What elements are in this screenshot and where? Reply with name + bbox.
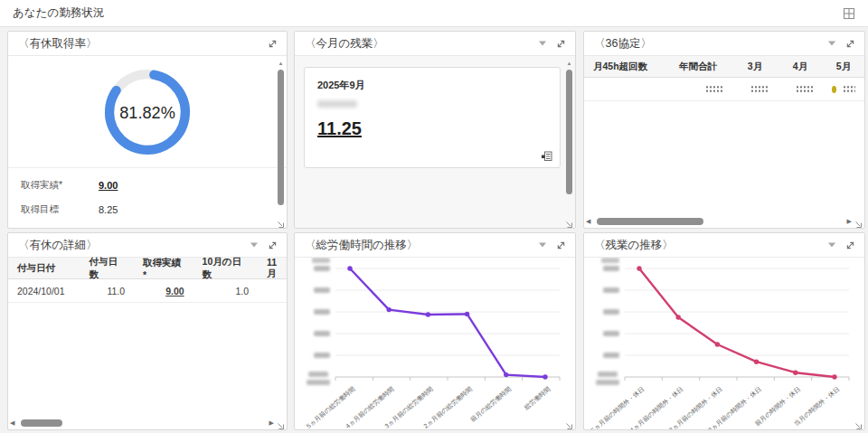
column-header: 付与日数 [80, 258, 134, 278]
expand-icon[interactable] [267, 38, 278, 50]
scrollbar-thumb[interactable] [566, 70, 572, 194]
vertical-scrollbar[interactable]: ▲ [277, 61, 285, 213]
scroll-up-icon[interactable]: ▲ [277, 61, 285, 66]
panel-title: 〈残業の推移〉 [594, 238, 674, 253]
line-chart: 5ヵ月前の時間外・休日4ヵ月前の時間外・休日3ヵ月前の時間外・休日2ヵ月前の時間… [584, 258, 864, 429]
page-header: あなたの勤務状況 [0, 0, 868, 27]
resize-grip-icon[interactable] [853, 418, 863, 428]
panel-header: 〈今月の残業〉 [295, 32, 575, 56]
panel-title: 〈総労働時間の推移〉 [305, 238, 418, 253]
redacted-label [317, 100, 357, 108]
table-header: 月45h超回数年間合計3月4月5月 [584, 56, 864, 78]
svg-text:前月の総労働時間: 前月の総労働時間 [469, 385, 513, 423]
table-cell [823, 85, 864, 93]
column-header: 3月 [732, 56, 778, 77]
column-header: 5月 [823, 56, 864, 77]
resize-grip-icon[interactable] [853, 216, 863, 226]
expand-icon[interactable] [844, 240, 856, 251]
table-row [584, 78, 864, 101]
table-cell: 1.0 [193, 286, 259, 297]
column-header: 取得実績* [134, 258, 193, 278]
stat-value-link[interactable]: 9.00 [99, 180, 118, 191]
table-cell [778, 85, 823, 93]
expand-icon[interactable] [267, 240, 278, 251]
stat-row: 取得目標8.25 [21, 197, 287, 221]
panel-total-hours-trend: 〈総労働時間の推移〉 5ヵ月前の総労働時間4ヵ月前の総労働時間3ヵ月前の総労働時… [294, 232, 576, 430]
vertical-scrollbar[interactable]: ▲ [565, 61, 573, 213]
scrollbar-thumb[interactable] [597, 218, 703, 225]
panel-overtime-trend: 〈残業の推移〉 5ヵ月前の時間外・休日4ヵ月前の時間外・休日3ヵ月前の時間外・休… [583, 232, 865, 430]
table-cell [664, 85, 732, 93]
stat-label: 取得実績* [21, 179, 99, 192]
panel-title: 〈36協定〉 [594, 36, 652, 52]
table-cell: 9.00 [134, 286, 193, 297]
attendance-dashboard: あなたの勤務状況 〈有休取得率〉 81.82% 取得実績*9.00取得目標8.2… [0, 0, 868, 433]
stat-row: 取得実績*9.00 [21, 173, 287, 197]
svg-text:当月の時間外・休日: 当月の時間外・休日 [793, 385, 842, 428]
panel-paid-leave-rate: 〈有休取得率〉 81.82% 取得実績*9.00取得目標8.25 ▲ [7, 31, 288, 229]
stat-value: 8.25 [99, 204, 118, 215]
table-cell: 11.0 [80, 286, 134, 297]
expand-icon[interactable] [555, 38, 567, 50]
overtime-card: 2025年9月 11.25 [304, 67, 561, 168]
panel-paid-leave-detail: 〈有休の詳細〉 付与日付付与日数取得実績*10月の日数11月 2024/10/0… [7, 232, 288, 430]
scrollbar-thumb[interactable] [21, 419, 62, 427]
status-dot-icon [832, 86, 836, 93]
filter-icon[interactable] [538, 241, 547, 249]
panel-monthly-overtime: 〈今月の残業〉 2025年9月 11.25 [294, 31, 576, 229]
horizontal-scrollbar[interactable]: ◀ ▶ [586, 217, 852, 226]
resize-grip-icon[interactable] [563, 216, 573, 226]
panel-body: 2025年9月 11.25 [295, 56, 575, 228]
column-header: 10月の日数 [193, 258, 259, 278]
redacted-value [796, 85, 814, 93]
resize-grip-icon[interactable] [563, 418, 573, 428]
scroll-left-icon[interactable]: ◀ [586, 218, 590, 225]
panel-header: 〈有休取得率〉 [8, 32, 287, 56]
column-header: 4月 [778, 56, 823, 77]
table-cell [732, 85, 778, 93]
scrollbar-thumb[interactable] [278, 70, 284, 205]
table-header: 付与日付付与日数取得実績*10月の日数11月 [8, 258, 287, 279]
panel-header: 〈総労働時間の推移〉 [295, 233, 575, 258]
panel-36-agreement: 〈36協定〉 月45h超回数年間合計3月4月5月 ◀ ▶ [583, 31, 865, 229]
filter-icon[interactable] [250, 241, 259, 249]
filter-icon[interactable] [827, 241, 836, 249]
page-title: あなたの勤務状況 [13, 5, 104, 21]
scroll-right-icon[interactable]: ▶ [269, 419, 274, 427]
column-header: 月45h超回数 [584, 56, 664, 77]
panel-header: 〈有休の詳細〉 [8, 233, 287, 258]
scroll-up-icon[interactable]: ▲ [565, 61, 573, 66]
expand-icon[interactable] [555, 240, 567, 251]
filter-icon[interactable] [827, 40, 836, 47]
filter-icon[interactable] [538, 40, 547, 47]
redacted-value [705, 85, 723, 93]
period-label: 2025年9月 [317, 79, 560, 92]
column-header: 付与日付 [8, 258, 80, 278]
panel-title: 〈今月の残業〉 [305, 36, 384, 52]
panel-header: 〈残業の推移〉 [584, 233, 864, 258]
svg-text:総労働時間: 総労働時間 [523, 385, 552, 411]
line-chart: 5ヵ月前の総労働時間4ヵ月前の総労働時間3ヵ月前の総労働時間2ヵ月前の総労働時間… [295, 258, 575, 429]
panel-title: 〈有休の詳細〉 [18, 238, 98, 253]
panel-title: 〈有休取得率〉 [18, 36, 98, 52]
donut-chart: 81.82% [8, 56, 287, 168]
stats-list: 取得実績*9.00取得目標8.25 [8, 168, 287, 221]
table-body: 2024/10/0111.09.001.0 [8, 279, 287, 303]
table-row: 2024/10/0111.09.001.0 [8, 279, 287, 303]
drill-through-icon[interactable] [541, 150, 552, 162]
horizontal-scrollbar[interactable]: ◀ ▶ [10, 419, 274, 428]
table-cell: 2024/10/01 [8, 286, 80, 297]
redacted-value [750, 85, 769, 93]
scroll-left-icon[interactable]: ◀ [10, 419, 14, 427]
resize-grip-icon[interactable] [275, 216, 285, 226]
grid-layout-icon[interactable] [843, 7, 855, 20]
expand-icon[interactable] [844, 38, 856, 50]
overtime-value-link[interactable]: 11.25 [317, 118, 362, 139]
column-header: 年間合計 [664, 56, 732, 77]
cell-value-link[interactable]: 9.00 [165, 286, 184, 297]
resize-grip-icon[interactable] [275, 418, 285, 428]
stat-label: 取得目標 [21, 203, 99, 216]
scroll-right-icon[interactable]: ▶ [847, 218, 852, 225]
redacted-value [843, 85, 855, 93]
panel-header: 〈36協定〉 [584, 32, 864, 56]
